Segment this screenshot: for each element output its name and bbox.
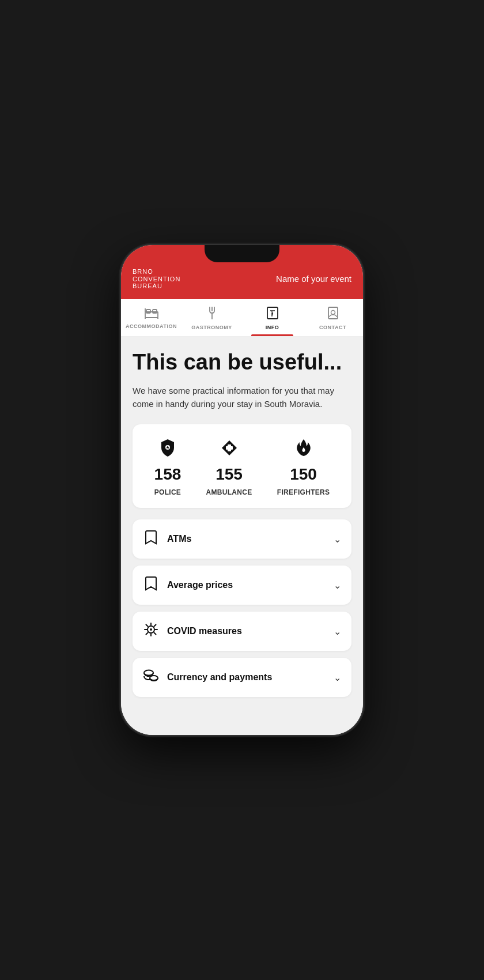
chevron-down-icon-atms: ⌄ (334, 534, 341, 545)
tab-contact[interactable]: CONTACT (302, 299, 363, 336)
accordion-currency-payments-header[interactable]: Currency and payments ⌄ (133, 658, 351, 697)
svg-line-29 (146, 633, 148, 635)
accordion-atms-header[interactable]: ATMs ⌄ (133, 519, 351, 559)
chevron-down-icon-prices: ⌄ (334, 580, 341, 591)
police-label: POLICE (154, 488, 181, 496)
bed-icon (144, 306, 159, 321)
tab-info-label: INFO (266, 325, 279, 330)
svg-point-22 (150, 628, 152, 631)
tab-gastronomy-label: GASTRONOMY (191, 325, 232, 330)
svg-point-17 (331, 310, 335, 314)
svg-rect-1 (146, 310, 150, 313)
tab-gastronomy[interactable]: GASTRONOMY (181, 299, 242, 336)
ambulance-number: 155 (215, 466, 243, 483)
bookmark-icon-atms (143, 530, 159, 548)
event-name: Name of your event (276, 274, 351, 284)
page-description: We have some practical information for y… (133, 384, 351, 411)
accordion-covid-measures-title: COVID measures (167, 626, 326, 636)
accordion-covid-measures[interactable]: COVID measures ⌄ (133, 612, 351, 651)
svg-line-28 (154, 633, 156, 635)
accordion-currency-payments-title: Currency and payments (167, 672, 326, 683)
chevron-down-icon-covid: ⌄ (334, 626, 341, 637)
fork-icon (205, 306, 219, 322)
tab-accommodation-label: ACCOMMODATION (126, 323, 177, 329)
virus-icon (143, 622, 159, 640)
brand-line3: BUREAU (133, 282, 180, 290)
emergency-ambulance: 155 Ambulance (206, 438, 252, 496)
brand-line2: CONVENTION (133, 276, 180, 283)
emergency-firefighters: 150 Firefighters (277, 438, 330, 496)
navigation-tabs: ACCOMMODATION GASTRONOMY (121, 299, 363, 337)
firefighters-label: Firefighters (277, 488, 330, 496)
accordion-currency-payments[interactable]: Currency and payments ⌄ (133, 658, 351, 697)
fire-icon (294, 438, 313, 461)
svg-line-27 (146, 625, 148, 627)
accordion-average-prices[interactable]: Average prices ⌄ (133, 566, 351, 605)
info-icon: i (266, 306, 279, 322)
phone-screen: BRNO CONVENTION BUREAU Name of your even… (121, 245, 363, 735)
main-content: This can be useful... We have some pract… (121, 337, 363, 735)
emergency-police: 158 POLICE (154, 438, 181, 496)
bookmark-icon-prices (143, 576, 159, 594)
accordion-atms-title: ATMs (167, 534, 326, 544)
svg-line-30 (154, 625, 156, 627)
svg-rect-20 (226, 446, 233, 450)
emergency-card: 158 POLICE 155 Ambulance (133, 424, 351, 508)
svg-text:i: i (271, 311, 273, 316)
ambulance-label: Ambulance (206, 488, 252, 496)
firefighters-number: 150 (290, 466, 317, 483)
police-number: 158 (154, 466, 181, 483)
accordion-atms[interactable]: ATMs ⌄ (133, 519, 351, 559)
brand-line1: BRNO (133, 268, 180, 276)
notch (205, 245, 279, 262)
accordion-average-prices-title: Average prices (167, 580, 326, 590)
accordion-covid-measures-header[interactable]: COVID measures ⌄ (133, 612, 351, 651)
accordion-average-prices-header[interactable]: Average prices ⌄ (133, 566, 351, 605)
svg-rect-2 (153, 310, 157, 313)
phone-frame: BRNO CONVENTION BUREAU Name of your even… (121, 245, 363, 735)
page-heading: This can be useful... (133, 350, 351, 375)
tab-accommodation[interactable]: ACCOMMODATION (121, 299, 181, 336)
chevron-down-icon-currency: ⌄ (334, 672, 341, 683)
app-content: BRNO CONVENTION BUREAU Name of your even… (121, 245, 363, 735)
tab-info[interactable]: i INFO (242, 299, 302, 336)
contact-icon (326, 306, 340, 322)
ambulance-icon (220, 438, 239, 461)
tab-contact-label: CONTACT (319, 325, 346, 330)
police-icon (158, 438, 177, 461)
coins-icon (143, 668, 159, 687)
brand-logo: BRNO CONVENTION BUREAU (133, 268, 180, 290)
